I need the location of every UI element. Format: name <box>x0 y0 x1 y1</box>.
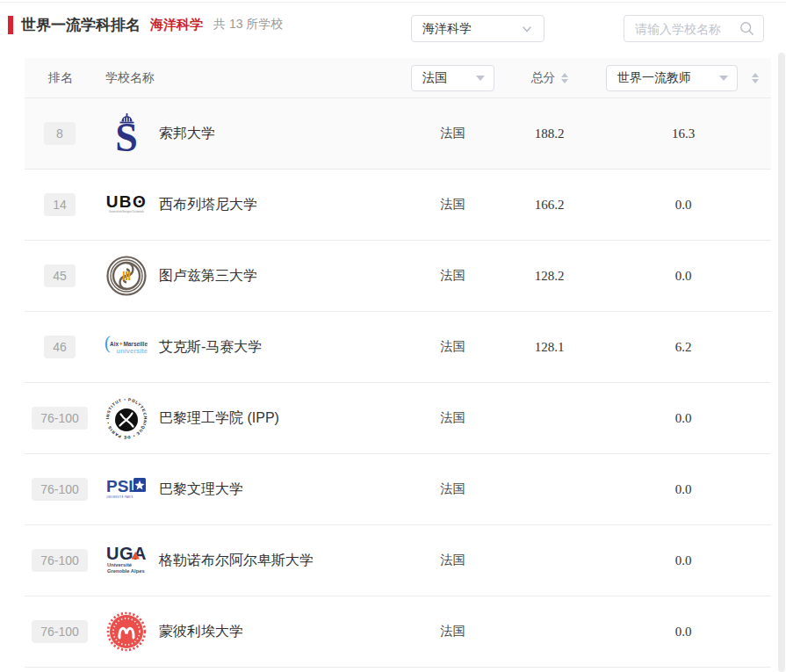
indicator-cell: 0.0 <box>595 625 771 639</box>
page-subject: 海洋科学 <box>150 17 203 33</box>
rank-badge: 46 <box>44 336 76 358</box>
table-row[interactable]: 76-100 INSTITUT • POLYTECHNIQUE • DE PAR… <box>25 383 771 454</box>
indicator-column-header: 世界一流教师 <box>595 65 771 91</box>
country-cell: 法国 <box>402 553 503 568</box>
table-row[interactable]: 14 UBO Université de Bretagne Occidental… <box>25 170 771 241</box>
chevron-down-icon <box>521 23 533 35</box>
rank-badge: 8 <box>44 122 76 145</box>
indicator-cell: 6.2 <box>595 340 771 355</box>
school-logo: S <box>105 112 148 155</box>
svg-text:UNIVERSITÉ PARIS: UNIVERSITÉ PARIS <box>107 495 133 499</box>
search-input[interactable] <box>635 22 739 36</box>
rank-badge: 76-100 <box>32 407 88 430</box>
table-row[interactable]: 76-100 UGA Université Grenoble Alpes 格勒诺… <box>25 525 771 596</box>
score-column-header: 总分 <box>503 69 595 87</box>
aix-marseille-logo: ( Aix✦Marseille université <box>104 326 149 368</box>
score-cell: 128.2 <box>503 269 595 284</box>
country-cell: 法国 <box>402 410 503 426</box>
score-sort-icon[interactable] <box>561 69 568 87</box>
school-name[interactable]: 索邦大学 <box>159 125 215 143</box>
indicator-cell: 0.0 <box>595 553 771 568</box>
rank-cell: 8 <box>25 122 95 145</box>
school-name[interactable]: 蒙彼利埃大学 <box>159 623 243 641</box>
score-header-label: 总分 <box>531 70 556 86</box>
caret-down-icon <box>719 76 728 85</box>
accent-bar <box>8 16 13 34</box>
country-filter-value: 法国 <box>422 70 476 86</box>
country-cell: 法国 <box>402 197 503 213</box>
school-cell[interactable]: PSL UNIVERSITÉ PARIS 巴黎文理大学 <box>95 468 402 510</box>
country-cell: 法国 <box>402 126 503 141</box>
school-name[interactable]: 格勒诺布尔阿尔卑斯大学 <box>159 552 314 570</box>
caret-down-icon <box>476 76 485 85</box>
school-name[interactable]: 巴黎理工学院 (IPP) <box>159 409 279 428</box>
indicator-cell: 0.0 <box>595 411 771 426</box>
school-cell[interactable]: UBO Université de Bretagne Occidentale 西… <box>95 184 402 226</box>
school-name[interactable]: 西布列塔尼大学 <box>159 196 257 214</box>
indicator-cell: 0.0 <box>595 269 771 284</box>
school-logo: UGA Université Grenoble Alpes <box>105 539 148 582</box>
school-column-header: 学校名称 <box>95 70 402 86</box>
indicator-filter-dropdown[interactable]: 世界一流教师 <box>606 65 738 91</box>
table-row[interactable]: 76-100 蒙彼利埃大学 法国 0.0 <box>25 596 771 668</box>
school-count: 共 13 所学校 <box>213 17 283 33</box>
score-cell: 128.1 <box>503 340 595 355</box>
rank-badge: 45 <box>44 264 76 287</box>
school-name[interactable]: 艾克斯-马赛大学 <box>159 338 262 357</box>
school-cell[interactable]: 蒙彼利埃大学 <box>95 611 402 653</box>
country-cell: 法国 <box>402 624 503 639</box>
montpellier-logo <box>105 611 148 653</box>
search-box <box>624 15 764 42</box>
school-cell[interactable]: S 索邦大学 <box>95 112 402 155</box>
rank-cell: 76-100 <box>25 620 95 643</box>
table-body: 8 S 索邦大学 法国 188.2 16.3 14 <box>25 98 771 668</box>
school-cell[interactable]: ( Aix✦Marseille université 艾克斯-马赛大学 <box>95 326 402 368</box>
rank-column-header: 排名 <box>25 70 95 86</box>
svg-text:université: université <box>117 347 148 355</box>
school-cell[interactable]: INSTITUT • POLYTECHNIQUE • DE PARIS • 巴黎… <box>95 397 402 439</box>
ubo-logo: UBO Université de Bretagne Occidentale <box>105 184 148 226</box>
score-cell: 166.2 <box>503 198 595 213</box>
table-row[interactable]: 45 图卢兹第三大学 法国 128.2 0.0 <box>25 241 771 312</box>
table-row[interactable]: 76-100 PSL UNIVERSITÉ PARIS 巴黎文理大学 法国 0.… <box>25 454 771 525</box>
rank-cell: 14 <box>25 193 95 216</box>
school-cell[interactable]: UGA Université Grenoble Alpes 格勒诺布尔阿尔卑斯大… <box>95 539 402 582</box>
indicator-filter-value: 世界一流教师 <box>617 70 719 86</box>
school-logo: ( Aix✦Marseille université <box>105 326 148 368</box>
psl-logo: PSL UNIVERSITÉ PARIS <box>105 468 148 510</box>
school-logo <box>105 255 148 297</box>
country-cell: 法国 <box>402 339 503 355</box>
subject-select[interactable]: 海洋科学 <box>411 15 544 42</box>
school-name[interactable]: 巴黎文理大学 <box>159 481 243 499</box>
rank-badge: 76-100 <box>32 478 88 501</box>
rank-cell: 45 <box>25 264 95 287</box>
svg-text:UGA: UGA <box>106 544 147 563</box>
school-logo: PSL UNIVERSITÉ PARIS <box>105 468 148 510</box>
rank-cell: 76-100 <box>25 549 95 572</box>
country-filter-cell: 法国 <box>402 65 503 91</box>
table-header-row: 排名 学校名称 法国 总分 世界一流教师 <box>25 58 771 98</box>
indicator-cell: 0.0 <box>595 198 771 213</box>
school-logo <box>105 611 148 653</box>
page-title: 世界一流学科排名 <box>21 15 141 35</box>
svg-text:Université de Bretagne Occiden: Université de Bretagne Occidentale <box>109 210 144 213</box>
ranking-table: 排名 学校名称 法国 总分 世界一流教师 8 S <box>25 58 771 668</box>
rank-cell: 76-100 <box>25 478 95 501</box>
school-cell[interactable]: 图卢兹第三大学 <box>95 255 402 297</box>
table-row[interactable]: 8 S 索邦大学 法国 188.2 16.3 <box>25 98 771 170</box>
vertical-scrollbar[interactable] <box>778 53 785 672</box>
search-icon[interactable] <box>739 21 754 36</box>
country-cell: 法国 <box>402 481 503 497</box>
score-cell: 188.2 <box>503 126 595 141</box>
subject-select-value: 海洋科学 <box>422 21 521 37</box>
table-row[interactable]: 46 ( Aix✦Marseille université 艾克斯-马赛大学 法… <box>25 312 771 383</box>
rank-badge: 14 <box>44 193 76 216</box>
indicator-cell: 16.3 <box>595 126 771 141</box>
uga-logo: UGA Université Grenoble Alpes <box>105 539 148 582</box>
indicator-cell: 0.0 <box>595 482 771 497</box>
rank-badge: 76-100 <box>32 549 88 572</box>
indicator-sort-icon[interactable] <box>752 69 759 87</box>
school-name[interactable]: 图卢兹第三大学 <box>159 267 257 285</box>
country-filter-dropdown[interactable]: 法国 <box>411 65 494 91</box>
country-cell: 法国 <box>402 268 503 284</box>
